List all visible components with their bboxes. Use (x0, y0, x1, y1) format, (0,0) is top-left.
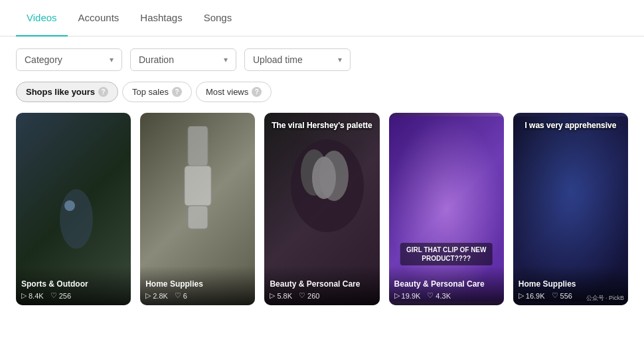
video-category: Home Supplies (519, 279, 623, 289)
filters-row: Category▾Duration▾Upload time▾ (0, 36, 644, 79)
chevron-down-icon: ▾ (224, 55, 228, 64)
videos-grid: Sports & Outdoor ▷ 8.4K ♡ 256 Home Suppl… (0, 113, 644, 318)
play-count: ▷ 8.4K (21, 291, 44, 300)
heart-icon: ♡ (552, 291, 558, 300)
svg-rect-2 (188, 126, 208, 166)
video-card-2[interactable]: Home Supplies ▷ 2.8K ♡ 6 (140, 113, 255, 305)
play-icon: ▷ (519, 291, 524, 300)
play-icon: ▷ (394, 291, 400, 300)
chevron-down-icon: ▾ (338, 55, 342, 64)
heart-icon: ♡ (50, 291, 57, 300)
svg-point-1 (64, 200, 75, 211)
video-stats: ▷ 2.8K ♡ 6 (145, 291, 250, 300)
sort-btn-most_views[interactable]: Most views? (196, 82, 272, 102)
video-overlay-text: The viral Hershey's palette (264, 121, 379, 130)
video-category: Home Supplies (145, 279, 250, 289)
sort-bar: Shops like yours?Top sales?Most views? (0, 79, 644, 113)
tab-accounts[interactable]: Accounts (68, 0, 130, 36)
video-card-1[interactable]: Sports & Outdoor ▷ 8.4K ♡ 256 (16, 113, 131, 305)
svg-point-8 (312, 157, 336, 199)
video-overlay-text: I was very apprehensive (513, 121, 628, 130)
svg-rect-4 (188, 206, 208, 229)
video-caption-text: GIRL THAT CLIP OF NEW PRODUCT???? (400, 243, 493, 265)
tabs-bar: VideosAccountsHashtagsSongs (0, 0, 644, 36)
video-card-5[interactable]: I was very apprehensive I was very appre… (513, 113, 628, 305)
svg-rect-3 (185, 166, 211, 206)
video-card-3[interactable]: The viral Hershey's palette The viral He… (264, 113, 379, 305)
filter-category-label: Category (25, 54, 62, 65)
info-icon: ? (98, 87, 108, 97)
heart-icon: ♡ (175, 291, 181, 300)
tab-videos[interactable]: Videos (16, 0, 68, 36)
filter-duration[interactable]: Duration▾ (130, 48, 236, 71)
tab-hashtags[interactable]: Hashtags (129, 0, 193, 36)
filter-upload_time-label: Upload time (253, 54, 303, 65)
video-bottom-info: Home Supplies ▷ 2.8K ♡ 6 (140, 266, 255, 305)
video-stats: ▷ 8.4K ♡ 256 (21, 291, 125, 300)
like-count: ♡ 256 (50, 291, 71, 300)
filter-upload_time[interactable]: Upload time▾ (244, 48, 351, 71)
video-category: Beauty & Personal Care (394, 279, 499, 289)
video-bottom-info: Beauty & Personal Care ▷ 5.8K ♡ 260 (264, 266, 379, 305)
like-count: ♡ 260 (299, 291, 319, 300)
chevron-down-icon: ▾ (110, 55, 114, 64)
sort-label: Shops like yours (26, 87, 95, 97)
play-count: ▷ 19.9K (394, 291, 421, 300)
video-stats: ▷ 5.8K ♡ 260 (270, 291, 374, 300)
info-icon: ? (252, 87, 262, 97)
tab-songs[interactable]: Songs (193, 0, 243, 36)
like-count: ♡ 4.3K (427, 291, 451, 300)
video-card-4[interactable]: GIRL THAT CLIP OF NEW PRODUCT???? Beauty… (389, 113, 504, 305)
video-bottom-info: Sports & Outdoor ▷ 8.4K ♡ 256 (16, 266, 131, 305)
video-bottom-info: Beauty & Personal Care ▷ 19.9K ♡ 4.3K (389, 266, 504, 305)
sort-btn-shops_like_yours[interactable]: Shops like yours? (16, 82, 118, 102)
watermark: 公众号 · PickB (586, 294, 625, 303)
play-icon: ▷ (145, 291, 151, 300)
like-count: ♡ 556 (552, 291, 572, 300)
sort-label: Most views (206, 87, 248, 97)
heart-icon: ♡ (427, 291, 434, 300)
play-icon: ▷ (21, 291, 27, 300)
sort-label: Top sales (132, 87, 169, 97)
video-category: Beauty & Personal Care (270, 279, 374, 289)
play-icon: ▷ (270, 291, 275, 300)
filter-category[interactable]: Category▾ (16, 48, 122, 71)
play-count: ▷ 2.8K (145, 291, 168, 300)
svg-point-0 (60, 189, 93, 249)
sort-btn-top_sales[interactable]: Top sales? (122, 82, 192, 102)
video-category: Sports & Outdoor (21, 279, 125, 289)
heart-icon: ♡ (299, 291, 305, 300)
video-stats: ▷ 19.9K ♡ 4.3K (394, 291, 499, 300)
filter-duration-label: Duration (139, 54, 174, 65)
play-count: ▷ 16.9K (519, 291, 545, 300)
play-count: ▷ 5.8K (270, 291, 292, 300)
like-count: ♡ 6 (175, 291, 187, 300)
info-icon: ? (172, 87, 182, 97)
